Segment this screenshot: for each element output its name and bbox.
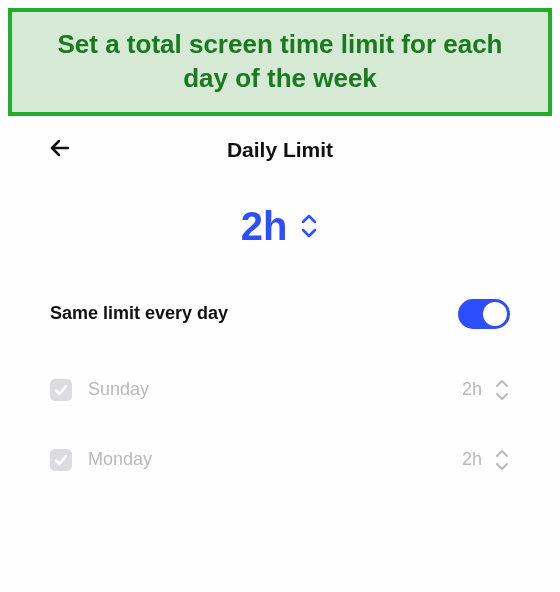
day-row-monday: Monday 2h <box>48 425 512 495</box>
daily-limit-picker[interactable]: 2h <box>48 204 512 249</box>
stepper-icon <box>494 377 510 403</box>
instruction-callout: Set a total screen time limit for each d… <box>8 8 552 116</box>
page-title: Daily Limit <box>48 138 512 162</box>
day-row-sunday: Sunday 2h <box>48 355 512 425</box>
same-limit-row: Same limit every day <box>48 291 512 355</box>
day-label: Monday <box>88 449 462 470</box>
same-limit-label: Same limit every day <box>50 303 228 324</box>
day-label: Sunday <box>88 379 462 400</box>
stepper-icon <box>494 447 510 473</box>
stepper-icon <box>299 211 319 241</box>
arrow-left-icon <box>48 136 72 160</box>
same-limit-toggle[interactable] <box>458 299 510 329</box>
back-button[interactable] <box>48 136 72 164</box>
day-checkbox <box>50 379 72 401</box>
day-value: 2h <box>462 379 482 400</box>
day-checkbox <box>50 449 72 471</box>
callout-text: Set a total screen time limit for each d… <box>57 29 502 93</box>
day-value: 2h <box>462 449 482 470</box>
check-icon <box>54 383 68 397</box>
daily-limit-screen: Daily Limit 2h Same limit every day Sund… <box>8 120 552 495</box>
limit-value: 2h <box>241 204 288 249</box>
header: Daily Limit <box>48 130 512 170</box>
check-icon <box>54 453 68 467</box>
